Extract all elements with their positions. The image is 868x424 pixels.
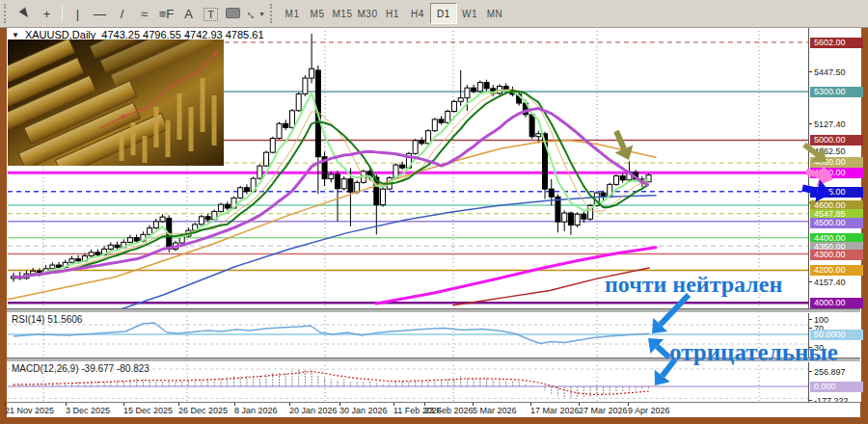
annotation-almost-neutral: почти нейтрален <box>605 272 782 298</box>
channel-icon[interactable]: ≈ <box>133 3 155 24</box>
price-level-badge: 5602.00 <box>810 38 863 48</box>
text-icon[interactable]: A <box>177 3 200 24</box>
time-axis-label: 23 Feb 2026 <box>424 406 474 415</box>
horizontal-line-icon[interactable]: — <box>89 3 111 24</box>
price-level-badge: 4000.00 <box>810 298 863 308</box>
gold-bars-photo <box>8 40 224 166</box>
toolbar-grip-2[interactable] <box>270 4 275 23</box>
scale-tick <box>809 71 812 72</box>
price-level-badge: 4300.00 <box>810 250 863 260</box>
price-scale-label: 4157.40 <box>814 278 846 287</box>
price-scale-label: 5127.40 <box>814 119 846 129</box>
timeframe-d1[interactable]: D1 <box>430 3 457 24</box>
cursor-icon[interactable] <box>14 3 36 24</box>
timeframe-m30[interactable]: M30 <box>355 4 380 23</box>
macd-label: MACD(12,26,9) -39.677 -80.823 <box>12 363 149 374</box>
drawing-tools-group: +|—/≈≡FAT↔▾ <box>14 2 266 25</box>
price-level-badge: 4800.00 <box>810 168 863 178</box>
toolbar-grip[interactable] <box>4 4 9 23</box>
chart-title: ▼ XAUUSD,Daily 4743.25 4796.55 4742.93 4… <box>12 29 264 40</box>
price-level-badge: 5000.00 <box>810 135 863 146</box>
annotation-negative: отрицательные <box>669 339 838 366</box>
arrows-icon[interactable]: ↔▾ <box>244 3 266 24</box>
timeframe-h4[interactable]: H4 <box>405 4 430 23</box>
time-axis-label: 15 Dec 2025 <box>123 406 173 415</box>
timeframe-m15[interactable]: M15 <box>330 4 355 23</box>
scale-tick <box>809 150 812 151</box>
chevron-down-icon[interactable]: ▼ <box>12 31 19 40</box>
scale-tick <box>809 371 812 372</box>
time-axis-label: 30 Jan 2026 <box>339 406 388 415</box>
pane-separator-rsi[interactable] <box>7 308 860 313</box>
time-axis-label: 21 Nov 2025 <box>5 406 54 415</box>
price-level-badge: 4500.00 <box>810 218 863 228</box>
time-axis-label: 20 Jan 2026 <box>289 406 338 415</box>
timeframe-group: M1M5M15M30H1H4D1W1MN <box>280 3 507 24</box>
scale-tick <box>809 123 812 124</box>
fibonacci-icon[interactable]: ≡F <box>155 3 177 24</box>
mt4-window: +|—/≈≡FAT↔▾ M1M5M15M30H1H4D1W1MN 5447.50… <box>0 0 868 424</box>
price-level-badge: 4860.00 <box>810 157 863 168</box>
scale-tick <box>809 319 812 320</box>
time-axis[interactable]: 21 Nov 20253 Dec 202515 Dec 202526 Dec 2… <box>7 402 860 417</box>
price-level-badge: 5300.00 <box>810 87 863 97</box>
symbol-period-label: XAUUSD,Daily <box>25 29 95 40</box>
toolbar: +|—/≈≡FAT↔▾ M1M5M15M30H1H4D1W1MN <box>0 0 868 28</box>
time-axis-label: 3 Dec 2025 <box>66 406 110 415</box>
timeframe-w1[interactable]: W1 <box>457 4 482 23</box>
timeframe-h1[interactable]: H1 <box>380 4 405 23</box>
scale-tick <box>809 328 812 329</box>
time-axis-label: 27 Mar 2026 <box>579 406 628 415</box>
price-scale-label: 5447.50 <box>814 67 846 77</box>
time-axis-label: 26 Dec 2025 <box>178 406 228 415</box>
price-level-badge: 4200.00 <box>810 265 863 276</box>
price-scale-label: 256.897 <box>814 367 846 377</box>
scale-tick <box>809 400 812 401</box>
time-axis-label: 17 Mar 2026 <box>530 406 580 415</box>
rsi-label: RSI(14) 51.5606 <box>12 314 82 325</box>
price-scale-label: 4962.50 <box>814 146 846 156</box>
time-axis-label: 5 Mar 2026 <box>473 406 517 415</box>
timeframe-m5[interactable]: M5 <box>305 4 330 23</box>
price-level-badge: 4685.00 <box>810 187 863 198</box>
vertical-line-icon[interactable]: | <box>67 3 89 24</box>
timeframe-mn[interactable]: MN <box>482 4 507 23</box>
ohlc-values: 4743.25 4796.55 4742.93 4785.61 <box>101 29 263 40</box>
timeframe-m1[interactable]: M1 <box>280 4 305 23</box>
crosshair-icon[interactable]: + <box>36 3 58 24</box>
price-level-badge: 0.000 <box>810 382 863 392</box>
label-icon[interactable]: T <box>200 4 222 25</box>
scale-tick <box>809 281 812 282</box>
time-axis-label: 8 Jan 2026 <box>234 406 278 415</box>
time-axis-label: 9 Apr 2026 <box>628 406 670 415</box>
toolbar-separator <box>62 5 63 21</box>
shape-icon[interactable] <box>222 2 244 23</box>
trendline-icon[interactable]: / <box>111 3 133 24</box>
